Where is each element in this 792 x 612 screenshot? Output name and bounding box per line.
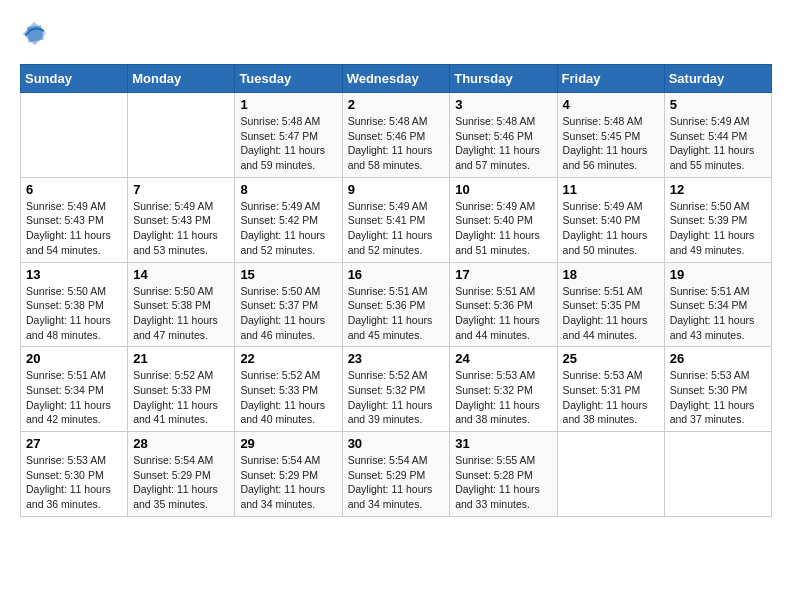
calendar-cell (128, 93, 235, 178)
calendar-cell: 16Sunrise: 5:51 AM Sunset: 5:36 PM Dayli… (342, 262, 450, 347)
day-number: 12 (670, 182, 766, 197)
logo (20, 20, 52, 48)
calendar-cell: 27Sunrise: 5:53 AM Sunset: 5:30 PM Dayli… (21, 432, 128, 517)
day-info: Sunrise: 5:49 AM Sunset: 5:40 PM Dayligh… (563, 199, 659, 258)
header-row: SundayMondayTuesdayWednesdayThursdayFrid… (21, 65, 772, 93)
day-number: 26 (670, 351, 766, 366)
day-number: 24 (455, 351, 551, 366)
day-info: Sunrise: 5:51 AM Sunset: 5:36 PM Dayligh… (348, 284, 445, 343)
day-number: 7 (133, 182, 229, 197)
day-number: 29 (240, 436, 336, 451)
logo-icon (20, 20, 48, 48)
calendar-cell: 9Sunrise: 5:49 AM Sunset: 5:41 PM Daylig… (342, 177, 450, 262)
calendar-cell (664, 432, 771, 517)
day-number: 8 (240, 182, 336, 197)
calendar-cell: 19Sunrise: 5:51 AM Sunset: 5:34 PM Dayli… (664, 262, 771, 347)
calendar-cell: 20Sunrise: 5:51 AM Sunset: 5:34 PM Dayli… (21, 347, 128, 432)
day-number: 14 (133, 267, 229, 282)
calendar-cell: 22Sunrise: 5:52 AM Sunset: 5:33 PM Dayli… (235, 347, 342, 432)
calendar-cell: 2Sunrise: 5:48 AM Sunset: 5:46 PM Daylig… (342, 93, 450, 178)
day-number: 11 (563, 182, 659, 197)
day-info: Sunrise: 5:52 AM Sunset: 5:33 PM Dayligh… (133, 368, 229, 427)
calendar-cell: 24Sunrise: 5:53 AM Sunset: 5:32 PM Dayli… (450, 347, 557, 432)
calendar-cell: 18Sunrise: 5:51 AM Sunset: 5:35 PM Dayli… (557, 262, 664, 347)
day-info: Sunrise: 5:50 AM Sunset: 5:38 PM Dayligh… (133, 284, 229, 343)
calendar-cell: 21Sunrise: 5:52 AM Sunset: 5:33 PM Dayli… (128, 347, 235, 432)
day-info: Sunrise: 5:53 AM Sunset: 5:31 PM Dayligh… (563, 368, 659, 427)
day-number: 31 (455, 436, 551, 451)
calendar-cell: 26Sunrise: 5:53 AM Sunset: 5:30 PM Dayli… (664, 347, 771, 432)
day-number: 18 (563, 267, 659, 282)
calendar-cell: 6Sunrise: 5:49 AM Sunset: 5:43 PM Daylig… (21, 177, 128, 262)
calendar-cell (21, 93, 128, 178)
day-info: Sunrise: 5:53 AM Sunset: 5:32 PM Dayligh… (455, 368, 551, 427)
calendar-cell: 15Sunrise: 5:50 AM Sunset: 5:37 PM Dayli… (235, 262, 342, 347)
calendar-cell: 28Sunrise: 5:54 AM Sunset: 5:29 PM Dayli… (128, 432, 235, 517)
day-info: Sunrise: 5:51 AM Sunset: 5:35 PM Dayligh… (563, 284, 659, 343)
calendar-cell: 13Sunrise: 5:50 AM Sunset: 5:38 PM Dayli… (21, 262, 128, 347)
day-info: Sunrise: 5:49 AM Sunset: 5:44 PM Dayligh… (670, 114, 766, 173)
calendar-cell: 30Sunrise: 5:54 AM Sunset: 5:29 PM Dayli… (342, 432, 450, 517)
day-info: Sunrise: 5:54 AM Sunset: 5:29 PM Dayligh… (240, 453, 336, 512)
day-info: Sunrise: 5:48 AM Sunset: 5:47 PM Dayligh… (240, 114, 336, 173)
day-number: 5 (670, 97, 766, 112)
calendar-cell: 7Sunrise: 5:49 AM Sunset: 5:43 PM Daylig… (128, 177, 235, 262)
day-info: Sunrise: 5:50 AM Sunset: 5:38 PM Dayligh… (26, 284, 122, 343)
day-header-saturday: Saturday (664, 65, 771, 93)
day-header-sunday: Sunday (21, 65, 128, 93)
calendar-cell: 1Sunrise: 5:48 AM Sunset: 5:47 PM Daylig… (235, 93, 342, 178)
day-number: 27 (26, 436, 122, 451)
week-row: 1Sunrise: 5:48 AM Sunset: 5:47 PM Daylig… (21, 93, 772, 178)
calendar-cell: 3Sunrise: 5:48 AM Sunset: 5:46 PM Daylig… (450, 93, 557, 178)
day-info: Sunrise: 5:48 AM Sunset: 5:45 PM Dayligh… (563, 114, 659, 173)
calendar-cell (557, 432, 664, 517)
day-info: Sunrise: 5:53 AM Sunset: 5:30 PM Dayligh… (670, 368, 766, 427)
day-info: Sunrise: 5:55 AM Sunset: 5:28 PM Dayligh… (455, 453, 551, 512)
calendar-cell: 29Sunrise: 5:54 AM Sunset: 5:29 PM Dayli… (235, 432, 342, 517)
day-number: 22 (240, 351, 336, 366)
calendar-cell: 12Sunrise: 5:50 AM Sunset: 5:39 PM Dayli… (664, 177, 771, 262)
day-info: Sunrise: 5:48 AM Sunset: 5:46 PM Dayligh… (455, 114, 551, 173)
calendar-cell: 31Sunrise: 5:55 AM Sunset: 5:28 PM Dayli… (450, 432, 557, 517)
day-info: Sunrise: 5:51 AM Sunset: 5:34 PM Dayligh… (670, 284, 766, 343)
calendar-cell: 14Sunrise: 5:50 AM Sunset: 5:38 PM Dayli… (128, 262, 235, 347)
day-header-thursday: Thursday (450, 65, 557, 93)
day-info: Sunrise: 5:49 AM Sunset: 5:40 PM Dayligh… (455, 199, 551, 258)
day-info: Sunrise: 5:50 AM Sunset: 5:39 PM Dayligh… (670, 199, 766, 258)
week-row: 13Sunrise: 5:50 AM Sunset: 5:38 PM Dayli… (21, 262, 772, 347)
day-info: Sunrise: 5:49 AM Sunset: 5:43 PM Dayligh… (26, 199, 122, 258)
day-number: 2 (348, 97, 445, 112)
calendar-cell: 23Sunrise: 5:52 AM Sunset: 5:32 PM Dayli… (342, 347, 450, 432)
day-number: 16 (348, 267, 445, 282)
day-number: 1 (240, 97, 336, 112)
day-header-friday: Friday (557, 65, 664, 93)
calendar-cell: 25Sunrise: 5:53 AM Sunset: 5:31 PM Dayli… (557, 347, 664, 432)
day-header-tuesday: Tuesday (235, 65, 342, 93)
day-number: 30 (348, 436, 445, 451)
day-header-monday: Monday (128, 65, 235, 93)
day-info: Sunrise: 5:53 AM Sunset: 5:30 PM Dayligh… (26, 453, 122, 512)
day-info: Sunrise: 5:49 AM Sunset: 5:42 PM Dayligh… (240, 199, 336, 258)
day-number: 10 (455, 182, 551, 197)
day-info: Sunrise: 5:51 AM Sunset: 5:36 PM Dayligh… (455, 284, 551, 343)
day-number: 9 (348, 182, 445, 197)
page-header (20, 20, 772, 48)
calendar-cell: 4Sunrise: 5:48 AM Sunset: 5:45 PM Daylig… (557, 93, 664, 178)
day-number: 25 (563, 351, 659, 366)
day-number: 28 (133, 436, 229, 451)
week-row: 20Sunrise: 5:51 AM Sunset: 5:34 PM Dayli… (21, 347, 772, 432)
day-info: Sunrise: 5:52 AM Sunset: 5:33 PM Dayligh… (240, 368, 336, 427)
day-info: Sunrise: 5:54 AM Sunset: 5:29 PM Dayligh… (348, 453, 445, 512)
calendar-cell: 17Sunrise: 5:51 AM Sunset: 5:36 PM Dayli… (450, 262, 557, 347)
day-info: Sunrise: 5:50 AM Sunset: 5:37 PM Dayligh… (240, 284, 336, 343)
day-number: 6 (26, 182, 122, 197)
day-header-wednesday: Wednesday (342, 65, 450, 93)
calendar-table: SundayMondayTuesdayWednesdayThursdayFrid… (20, 64, 772, 517)
week-row: 6Sunrise: 5:49 AM Sunset: 5:43 PM Daylig… (21, 177, 772, 262)
calendar-cell: 5Sunrise: 5:49 AM Sunset: 5:44 PM Daylig… (664, 93, 771, 178)
day-info: Sunrise: 5:48 AM Sunset: 5:46 PM Dayligh… (348, 114, 445, 173)
day-number: 15 (240, 267, 336, 282)
day-number: 19 (670, 267, 766, 282)
calendar-cell: 11Sunrise: 5:49 AM Sunset: 5:40 PM Dayli… (557, 177, 664, 262)
day-number: 13 (26, 267, 122, 282)
